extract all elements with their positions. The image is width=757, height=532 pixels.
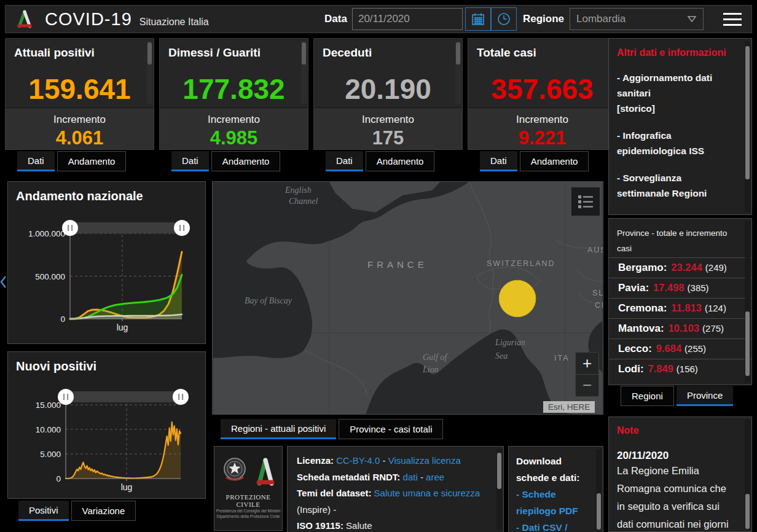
range-slider-handle[interactable] xyxy=(173,389,189,405)
card-tab-dati[interactable]: Dati xyxy=(171,151,209,171)
card-tabs: DatiAndamento xyxy=(17,151,126,171)
license-link[interactable]: dati xyxy=(403,472,418,482)
range-slider-handle[interactable] xyxy=(174,220,190,236)
card-title: Totale casi xyxy=(477,46,536,60)
card-tab-dati[interactable]: Dati xyxy=(17,151,55,171)
new-positives-tab-positivi[interactable]: Positivi xyxy=(18,501,69,521)
logo-subtitle-1: Presidenza del Consiglio dei Ministri xyxy=(214,508,282,514)
province-increment: (255) xyxy=(684,343,706,354)
scrollbar[interactable] xyxy=(745,420,750,529)
slider-handle-grip[interactable] xyxy=(67,394,68,400)
slider-handle-grip[interactable] xyxy=(68,225,69,231)
card-tab-andamento[interactable]: Andamento xyxy=(57,151,127,171)
scrollbar[interactable] xyxy=(301,41,307,104)
license-line: Temi del dataset: Salute umana e sicurez… xyxy=(297,485,492,518)
scrollbar-thumb[interactable] xyxy=(147,42,152,65)
expand-panel-chevron-icon[interactable] xyxy=(0,275,7,292)
slider-handle-grip[interactable] xyxy=(183,225,184,231)
calendar-button[interactable] xyxy=(465,7,491,31)
card-value: 177.832 xyxy=(160,72,308,106)
download-link-schede-riepilogo-pdf[interactable]: - Schede riepilogo PDF xyxy=(516,486,593,519)
license-line: ISO 19115: Salute xyxy=(297,518,492,532)
increment-value: 175 xyxy=(314,127,462,149)
zoom-out-button[interactable]: − xyxy=(576,374,598,396)
card-title: Attuali positivi xyxy=(14,46,95,60)
scrollbar-thumb[interactable] xyxy=(302,42,306,65)
map-attribution: Esri, HERE xyxy=(543,401,595,413)
map-tabs: Regioni - attuali positiviProvince - cas… xyxy=(221,419,443,439)
license-panel: Licenza: CC-BY-4.0 - Visualizza licenzaS… xyxy=(287,446,504,532)
other-info-link[interactable]: - Sorveglianza settimanale Regioni xyxy=(617,170,737,201)
range-slider-handle[interactable] xyxy=(58,389,74,405)
download-panel: Download schede e dati: - Schede riepilo… xyxy=(508,446,603,532)
national-trend-chart[interactable]: 0500.0001.000.000lug xyxy=(8,182,205,343)
scrollbar[interactable] xyxy=(596,449,602,530)
date-input[interactable] xyxy=(352,8,463,30)
license-link[interactable]: CC-BY-4.0 xyxy=(336,455,380,466)
license-link[interactable]: aree xyxy=(426,472,444,482)
license-link[interactable]: Visualizza licenza xyxy=(388,455,461,466)
region-marker-bubble[interactable] xyxy=(499,280,536,317)
province-name: Bergamo: xyxy=(618,262,667,274)
menu-button[interactable] xyxy=(723,9,742,29)
new-positives-tab-variazione[interactable]: Variazione xyxy=(71,501,136,521)
map-zoom-control: + − xyxy=(575,352,599,397)
new-positives-title: Nuovi positivi xyxy=(16,359,96,374)
provinces-tab-regioni[interactable]: Regioni xyxy=(621,386,674,406)
scrollbar[interactable] xyxy=(455,41,461,104)
range-slider-handle[interactable] xyxy=(62,220,78,236)
national-trend-title: Andamento nazionale xyxy=(16,189,143,203)
other-info-link[interactable]: - Aggiornamento dati sanitari [storico] xyxy=(617,70,737,116)
provinces-panel: Province - totale e incremento casi Berg… xyxy=(608,218,752,385)
card-tab-andamento[interactable]: Andamento xyxy=(520,151,589,171)
scrollbar[interactable] xyxy=(147,41,152,104)
note-panel: Note 20/11/2020 La Regione Emilia Romagn… xyxy=(608,417,752,532)
download-link-dati-csv-json[interactable]: - Dati CSV / JSON xyxy=(516,519,593,532)
map-canvas xyxy=(213,182,603,414)
slider-handle-grip[interactable] xyxy=(182,394,183,400)
slider-handle-grip[interactable] xyxy=(71,225,73,231)
province-name: Lecco: xyxy=(618,343,652,355)
region-select[interactable]: Lombardia xyxy=(570,8,704,30)
license-link[interactable]: Salute umana e sicurezza xyxy=(374,488,480,498)
card-tab-dati[interactable]: Dati xyxy=(480,151,517,171)
range-slider-track[interactable] xyxy=(70,222,182,233)
increment-value: 4.061 xyxy=(6,127,154,149)
y-tick-label: 5.000 xyxy=(40,450,61,459)
slider-handle-grip[interactable] xyxy=(178,394,179,400)
province-name: Cremona: xyxy=(618,302,667,315)
slider-handle-grip[interactable] xyxy=(63,394,65,400)
card-increment-section: Incremento4.985 xyxy=(160,108,308,149)
card-increment-section: Incremento175 xyxy=(314,108,462,149)
scrollbar[interactable] xyxy=(496,449,502,530)
map-panel[interactable]: EnglishChannelFRANCESWITZERLANDAUSSLCRBa… xyxy=(212,181,603,415)
provinces-tab-province[interactable]: Province xyxy=(677,386,733,406)
stat-card-totale-casi: Totale casi357.663Incremento9.221 xyxy=(468,38,617,150)
other-info-title: Altri dati e informazioni xyxy=(617,47,737,58)
scrollbar[interactable] xyxy=(745,221,750,382)
license-text: Licenza: xyxy=(297,455,336,466)
range-slider-track[interactable] xyxy=(66,391,181,402)
card-tab-dati[interactable]: Dati xyxy=(326,151,363,171)
layer-list-button[interactable] xyxy=(571,187,600,216)
province-increment: (249) xyxy=(705,262,727,273)
map-tab-regioni-attuali-positivi[interactable]: Regioni - attuali positivi xyxy=(221,419,336,439)
new-positives-chart[interactable]: 05.00010.00015.000lug xyxy=(8,352,205,498)
map-tab-province-casi-totali[interactable]: Province - casi totali xyxy=(339,419,443,439)
card-tab-andamento[interactable]: Andamento xyxy=(366,151,435,171)
province-row: Mantova:10.103(275) xyxy=(609,318,751,338)
slider-handle-grip[interactable] xyxy=(179,225,181,231)
scrollbar[interactable] xyxy=(745,41,750,212)
card-tab-andamento[interactable]: Andamento xyxy=(211,151,281,171)
province-increment: (275) xyxy=(702,323,724,334)
y-tick-label: 0 xyxy=(60,315,65,324)
other-info-link[interactable]: - Aggiornamento xyxy=(617,213,737,215)
card-value: 20.190 xyxy=(314,72,462,106)
zoom-in-button[interactable]: + xyxy=(576,353,598,374)
y-tick-label: 15.000 xyxy=(36,401,61,410)
other-info-link[interactable]: - Infografica epidemiologica ISS xyxy=(617,128,737,158)
scrollbar-thumb[interactable] xyxy=(456,42,460,65)
increment-label: Incremento xyxy=(468,114,616,126)
time-button[interactable] xyxy=(491,7,517,31)
province-increment: (124) xyxy=(705,303,726,313)
